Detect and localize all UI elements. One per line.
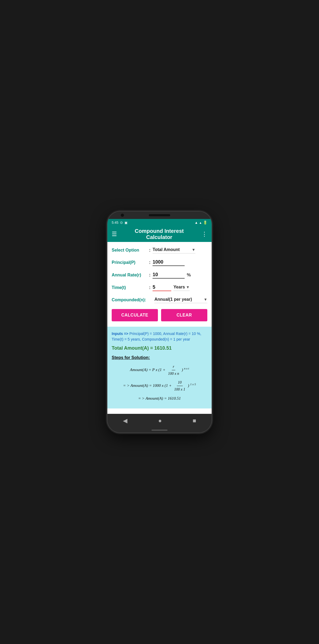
fraction-1: r 100 x n <box>167 363 180 377</box>
principal-row: Principal(P) : <box>112 259 207 266</box>
fraction-2-numerator: 10 <box>177 379 183 386</box>
time-display: 5:45 <box>112 221 118 225</box>
annual-rate-input[interactable] <box>153 272 185 279</box>
sim-icon: ▣ <box>125 221 127 225</box>
calculate-button[interactable]: CALCULATE <box>112 309 158 321</box>
fraction-2-denominator: 100 x 1 <box>173 386 186 393</box>
principal-input[interactable] <box>153 259 185 266</box>
app-title: Compound Interest Calculator <box>121 228 197 240</box>
wifi-icon: ▲ <box>194 221 198 225</box>
principal-colon: : <box>149 260 150 265</box>
annual-rate-row: Annual Rate(r) : % <box>112 272 207 279</box>
annual-rate-colon: : <box>149 273 150 277</box>
formula-text-1: Amount(A) = P x <box>130 368 158 372</box>
fraction-1-denominator: 100 x n <box>167 370 180 377</box>
fraction-2: 10 100 x 1 <box>173 379 186 393</box>
compounded-dropdown[interactable]: Annual(1 per year) ▼ <box>154 297 207 303</box>
battery-icon: 🔋 <box>203 221 207 225</box>
select-option-label: Select Option <box>112 248 149 253</box>
camera <box>121 214 124 217</box>
home-button[interactable]: ● <box>158 417 162 424</box>
fraction-1-numerator: r <box>172 363 175 370</box>
speaker <box>149 214 170 216</box>
annual-rate-label: Annual Rate(r) <box>112 273 149 277</box>
time-unit-value: Years <box>173 285 185 290</box>
formula-sup-1: n x t <box>184 367 189 370</box>
formula-paren-close-1: ) <box>182 368 183 372</box>
formula-line-1: Amount(A) = P x (1 + r 100 x n ) n x t <box>112 363 207 377</box>
select-option-value: Total Amount <box>153 247 190 252</box>
phone-top-bar <box>107 211 212 219</box>
rate-unit-label: % <box>187 272 191 278</box>
total-amount-result: Total Amount(A) = 1610.51 <box>112 345 207 351</box>
steps-header: Steps for Solution: <box>112 355 207 360</box>
select-option-dropdown[interactable]: Total Amount ▼ <box>153 247 195 253</box>
compounded-label: Compounded(n): <box>112 298 154 302</box>
signal-icon: ▲ <box>199 221 202 224</box>
buttons-row: CALCULATE CLEAR <box>112 309 207 321</box>
formula-paren-open-2: (1 + <box>165 383 173 388</box>
clock-icon: ⊙ <box>120 221 123 225</box>
formula-paren-open-1: (1 + <box>158 368 166 372</box>
formula-paren-close-2: ) <box>188 383 189 388</box>
more-options-icon[interactable]: ⋮ <box>201 231 207 238</box>
phone-bottom-bar <box>107 428 212 433</box>
time-label: Time(t) <box>112 285 149 290</box>
status-bar: 5:45 ⊙ ▣ ▲ ▲ 🔋 <box>107 219 212 226</box>
formula-block: Amount(A) = P x (1 + r 100 x n ) n x t =… <box>112 363 207 402</box>
time-input-group: Years ▼ <box>153 284 190 291</box>
formula-line-3: = > Amount(A) = 1610.51 <box>112 395 207 402</box>
compounded-chevron-down-icon: ▼ <box>204 297 207 302</box>
recents-button[interactable]: ■ <box>193 417 196 424</box>
nav-bar: ◀ ● ■ <box>107 414 212 428</box>
status-right: ▲ ▲ 🔋 <box>194 221 207 225</box>
formula-line-2: = > Amount(A) = 1000 x (1 + 10 100 x 1 )… <box>112 379 207 393</box>
time-chevron-down-icon: ▼ <box>186 285 190 289</box>
time-unit-dropdown[interactable]: Years ▼ <box>173 285 190 291</box>
clear-button[interactable]: CLEAR <box>161 309 207 321</box>
principal-label: Principal(P) <box>112 260 149 265</box>
inputs-summary: Inputs => Principal(P) = 1000, Annual Ra… <box>112 331 207 342</box>
formula-sup-2: 1 x 5 <box>190 383 196 386</box>
chevron-down-icon: ▼ <box>192 248 195 252</box>
select-option-row: Select Option : Total Amount ▼ <box>112 247 207 253</box>
compounded-value: Annual(1 per year) <box>154 297 203 302</box>
menu-icon[interactable]: ☰ <box>112 231 117 238</box>
time-input[interactable] <box>153 284 171 291</box>
time-row: Time(t) : Years ▼ <box>112 284 207 291</box>
bottom-indicator <box>151 430 168 431</box>
status-left: 5:45 ⊙ ▣ <box>112 221 127 225</box>
formula-text-2: = > Amount(A) = 1000 x <box>123 383 165 388</box>
results-area: Inputs => Principal(P) = 1000, Annual Ra… <box>107 327 212 409</box>
content-area: Select Option : Total Amount ▼ Principal… <box>107 242 212 414</box>
back-button[interactable]: ◀ <box>123 417 127 424</box>
phone-frame: 5:45 ⊙ ▣ ▲ ▲ 🔋 ☰ Compound Interest Calcu… <box>107 211 212 433</box>
select-option-colon: : <box>149 248 150 253</box>
inputs-bold-label: Inputs => <box>112 331 128 336</box>
compounded-row: Compounded(n): Annual(1 per year) ▼ <box>112 297 207 303</box>
time-colon: : <box>149 285 150 290</box>
toolbar: ☰ Compound Interest Calculator ⋮ <box>107 226 212 242</box>
